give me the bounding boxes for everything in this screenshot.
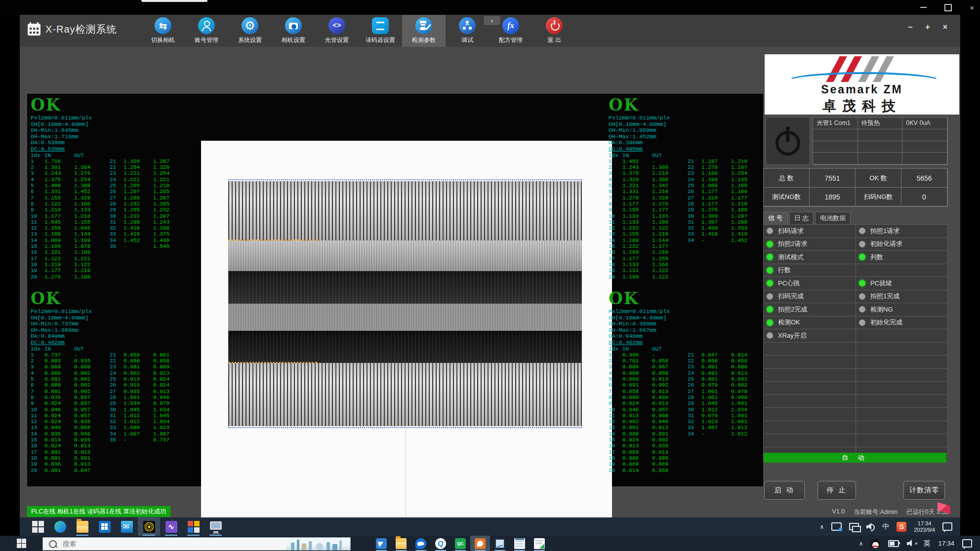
statistics-table: 总 数7551OK 数5656测试NG数1895扫码NG数0 [763,168,948,207]
tab-日志[interactable]: 日 志 [789,212,814,224]
toolbar-label: 检测参数 [412,36,436,44]
taskbar-app-start[interactable] [27,517,49,536]
inner-clock[interactable]: 17:34 2023/9/4 [914,520,935,533]
tray-chevron-up-icon[interactable]: ∧ [819,523,824,530]
start-button-outer[interactable] [17,539,26,548]
dual-monitor-icon[interactable] [849,523,859,530]
search-skyline-image [286,538,350,550]
taskbar-app-vision-app[interactable] [138,517,160,536]
signal-row-empty [764,408,947,421]
taskbar-app-explorer2[interactable] [391,536,411,551]
taskbar-app-bird[interactable] [411,536,431,551]
xray-power-button[interactable] [766,117,810,165]
app-minimize-icon[interactable]: − [908,23,912,32]
taskbar-app-ks-player[interactable] [160,517,182,536]
xray-dark-band-2 [228,331,582,363]
battery-icon[interactable] [888,540,899,547]
volume-muted-icon[interactable]: × [907,540,915,547]
signal-row-empty [764,355,947,369]
taskbar-app-notepad[interactable] [510,536,530,551]
taskbar-app-edge[interactable] [49,517,71,536]
taskbar-app-qc[interactable] [450,536,470,551]
measure-row: 35-1.540 [110,243,182,249]
taskbar-app-qq-browser[interactable] [431,536,450,551]
taskbar-app-doc-edit[interactable] [530,536,549,551]
toolbar-button-system-settings[interactable]: 系统设置 [228,15,272,47]
rdp-connection-bar[interactable] [141,0,207,2]
remote-session-icon[interactable] [831,522,842,531]
tube-status-cell [902,153,947,164]
volume-icon[interactable] [866,523,875,530]
outer-close-icon[interactable]: × [970,4,974,11]
exit-icon [546,17,563,34]
toolbar-button-tube-settings[interactable]: 光管设置 [315,15,359,47]
measure-row: 331.4191.375 [110,231,182,237]
taskbar-app-mail[interactable] [116,517,138,536]
taskbar-search-input[interactable] [62,540,286,548]
taskbar-app-presentation[interactable] [470,536,490,551]
ks-player-icon [165,521,177,533]
stop-button[interactable]: 停 止 [817,481,856,500]
toolbar-button-inspect-params[interactable]: 检测参数 [402,15,446,47]
panel-columns-header: IdxINOUT [609,153,772,158]
explorer-icon [77,521,88,533]
toolbar-button-exit[interactable]: 退 出 [532,15,576,47]
tube-status-table: 光管1 Com1待预热0KV 0uA [813,117,948,165]
app-maximize-icon[interactable]: + [925,23,930,32]
action-center-icon[interactable] [962,539,972,548]
toolbar-button-switch-camera[interactable]: 切换相机 [141,15,185,47]
signal-label: 检测NG [870,305,893,314]
sidebar-tabs: 信 号日 志电池数据 [763,212,851,224]
app-close-icon[interactable]: × [943,23,947,32]
signal-label: PC心跳 [778,279,800,288]
measure-row: 231.1661.254 [688,170,760,176]
stat-label: 测试NG数 [764,188,810,206]
taskbar-app-projector[interactable] [204,517,227,536]
measure-row: 200.8010.847 [31,468,194,473]
measure-row: 170.8690.913 [609,449,772,455]
ime-indicator[interactable]: 中 [882,522,889,531]
measure-row: 321.0231.001 [688,419,760,425]
outer-minimize-icon[interactable] [920,7,927,8]
toolbar-button-debug[interactable]: 调试 [446,15,489,47]
measure-row: 201.2761.188 [31,274,194,280]
qq-icon[interactable] [871,539,880,548]
outer-clock[interactable]: 17:34 [938,540,954,547]
outer-maximize-icon[interactable] [944,4,952,11]
taskbar-app-monitor-chart[interactable] [490,536,510,551]
app-main: OKPxl2mm=0.011mm/plxOH[0.10mm~4.00mm]OH-… [20,47,960,517]
tab-电池数据[interactable]: 电池数据 [815,212,851,224]
inspect-params-icon [415,17,432,34]
toolbar-button-camera-settings[interactable]: 相机设置 [272,15,315,47]
signal-row: 行数 [764,264,947,277]
xray-electrode-comb-top [228,181,582,240]
signal-indicator-dot [767,319,773,326]
panel-info-line: OH-Min:0.396mm [609,321,772,327]
taskbar-app-explorer[interactable] [71,517,93,536]
tray-chevron-up-icon[interactable]: ∧ [859,540,863,547]
measure-row: 161.2211.199 [31,249,194,255]
tab-信号[interactable]: 信 号 [763,212,788,224]
measure-row: 270.9350.913 [110,389,182,394]
toolbar-button-account-manage[interactable]: 账号管理 [185,15,228,47]
xray-marker-dots-2 [228,362,317,363]
device-status-bar: PLC在线 相机1在线 读码器1在线 算法初始化成功 [27,506,170,517]
toolbar-collapse-button[interactable]: ∨ [484,16,500,25]
outer-taskbar: ∧ × 英 17:34 [0,536,980,551]
toolbar-label: 退 出 [547,36,561,44]
action-center-icon[interactable] [942,522,952,531]
toolbar-label: 系统设置 [238,36,262,44]
start-button[interactable]: 启 动 [764,481,805,500]
taskbar-app-color-blocks[interactable] [182,517,204,536]
measure-row: 311.2981.243 [110,219,182,225]
sogou-input-icon[interactable]: S [897,522,906,532]
taskbar-search-box[interactable] [42,537,351,551]
measure-row: 191.1111.122 [609,268,772,274]
measurement-panel-bottom-left: OKPxl2mm=0.011mm/plxOH[0.10mm~4.00mm]OH-… [31,289,194,482]
count-reset-button[interactable]: 计数清零 [903,481,945,500]
taskbar-app-dove[interactable] [371,536,391,551]
toolbar-button-scanner-settings[interactable]: 读码器设置 [359,15,402,47]
ime-indicator[interactable]: 英 [923,539,930,548]
calendar-app-icon [28,24,41,36]
taskbar-app-store[interactable] [93,517,116,536]
